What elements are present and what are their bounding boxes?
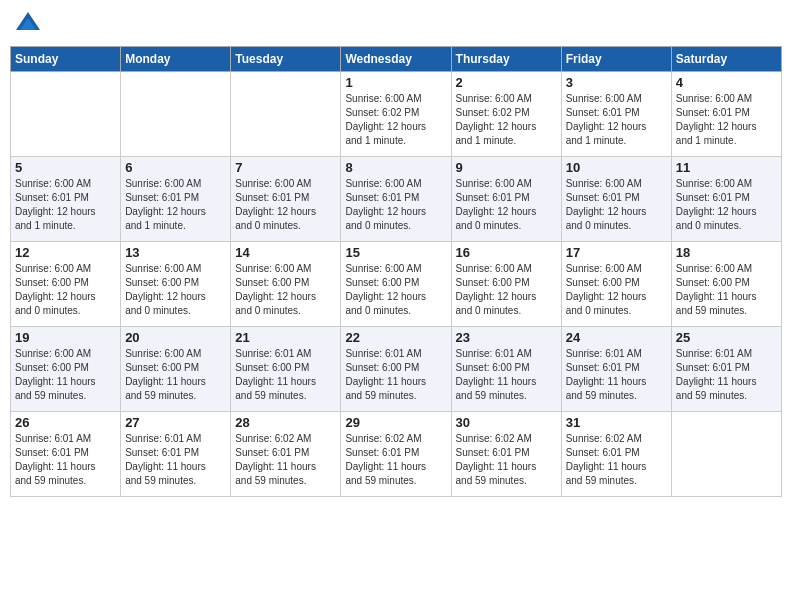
calendar-cell: 29Sunrise: 6:02 AMSunset: 6:01 PMDayligh… <box>341 412 451 497</box>
day-info: Sunrise: 6:00 AMSunset: 6:00 PMDaylight:… <box>125 347 226 403</box>
day-number: 4 <box>676 75 777 90</box>
day-number: 7 <box>235 160 336 175</box>
calendar-cell: 24Sunrise: 6:01 AMSunset: 6:01 PMDayligh… <box>561 327 671 412</box>
calendar-cell: 10Sunrise: 6:00 AMSunset: 6:01 PMDayligh… <box>561 157 671 242</box>
weekday-wednesday: Wednesday <box>341 47 451 72</box>
day-number: 14 <box>235 245 336 260</box>
day-info: Sunrise: 6:02 AMSunset: 6:01 PMDaylight:… <box>345 432 446 488</box>
calendar-cell: 21Sunrise: 6:01 AMSunset: 6:00 PMDayligh… <box>231 327 341 412</box>
week-row-4: 19Sunrise: 6:00 AMSunset: 6:00 PMDayligh… <box>11 327 782 412</box>
day-number: 30 <box>456 415 557 430</box>
calendar-cell: 31Sunrise: 6:02 AMSunset: 6:01 PMDayligh… <box>561 412 671 497</box>
day-info: Sunrise: 6:00 AMSunset: 6:01 PMDaylight:… <box>676 92 777 148</box>
day-info: Sunrise: 6:00 AMSunset: 6:00 PMDaylight:… <box>456 262 557 318</box>
day-info: Sunrise: 6:00 AMSunset: 6:01 PMDaylight:… <box>235 177 336 233</box>
calendar-cell: 8Sunrise: 6:00 AMSunset: 6:01 PMDaylight… <box>341 157 451 242</box>
day-info: Sunrise: 6:00 AMSunset: 6:00 PMDaylight:… <box>566 262 667 318</box>
day-number: 28 <box>235 415 336 430</box>
calendar-cell: 12Sunrise: 6:00 AMSunset: 6:00 PMDayligh… <box>11 242 121 327</box>
calendar-cell: 16Sunrise: 6:00 AMSunset: 6:00 PMDayligh… <box>451 242 561 327</box>
day-info: Sunrise: 6:02 AMSunset: 6:01 PMDaylight:… <box>235 432 336 488</box>
calendar-cell: 9Sunrise: 6:00 AMSunset: 6:01 PMDaylight… <box>451 157 561 242</box>
calendar-cell: 28Sunrise: 6:02 AMSunset: 6:01 PMDayligh… <box>231 412 341 497</box>
calendar-cell: 17Sunrise: 6:00 AMSunset: 6:00 PMDayligh… <box>561 242 671 327</box>
day-info: Sunrise: 6:00 AMSunset: 6:02 PMDaylight:… <box>456 92 557 148</box>
day-number: 22 <box>345 330 446 345</box>
day-number: 15 <box>345 245 446 260</box>
day-number: 27 <box>125 415 226 430</box>
day-info: Sunrise: 6:00 AMSunset: 6:00 PMDaylight:… <box>15 347 116 403</box>
page: SundayMondayTuesdayWednesdayThursdayFrid… <box>0 0 792 612</box>
day-info: Sunrise: 6:01 AMSunset: 6:00 PMDaylight:… <box>456 347 557 403</box>
day-info: Sunrise: 6:00 AMSunset: 6:01 PMDaylight:… <box>566 92 667 148</box>
calendar-cell: 14Sunrise: 6:00 AMSunset: 6:00 PMDayligh… <box>231 242 341 327</box>
week-row-5: 26Sunrise: 6:01 AMSunset: 6:01 PMDayligh… <box>11 412 782 497</box>
calendar-cell <box>671 412 781 497</box>
day-number: 29 <box>345 415 446 430</box>
calendar-cell: 11Sunrise: 6:00 AMSunset: 6:01 PMDayligh… <box>671 157 781 242</box>
logo <box>10 10 42 38</box>
calendar-cell: 27Sunrise: 6:01 AMSunset: 6:01 PMDayligh… <box>121 412 231 497</box>
day-info: Sunrise: 6:01 AMSunset: 6:01 PMDaylight:… <box>676 347 777 403</box>
weekday-friday: Friday <box>561 47 671 72</box>
day-info: Sunrise: 6:00 AMSunset: 6:01 PMDaylight:… <box>15 177 116 233</box>
calendar-cell: 23Sunrise: 6:01 AMSunset: 6:00 PMDayligh… <box>451 327 561 412</box>
day-info: Sunrise: 6:01 AMSunset: 6:00 PMDaylight:… <box>345 347 446 403</box>
calendar-cell: 7Sunrise: 6:00 AMSunset: 6:01 PMDaylight… <box>231 157 341 242</box>
day-number: 26 <box>15 415 116 430</box>
calendar-cell: 30Sunrise: 6:02 AMSunset: 6:01 PMDayligh… <box>451 412 561 497</box>
day-info: Sunrise: 6:00 AMSunset: 6:01 PMDaylight:… <box>125 177 226 233</box>
day-number: 1 <box>345 75 446 90</box>
calendar-cell: 25Sunrise: 6:01 AMSunset: 6:01 PMDayligh… <box>671 327 781 412</box>
day-info: Sunrise: 6:00 AMSunset: 6:00 PMDaylight:… <box>235 262 336 318</box>
weekday-header-row: SundayMondayTuesdayWednesdayThursdayFrid… <box>11 47 782 72</box>
day-info: Sunrise: 6:00 AMSunset: 6:00 PMDaylight:… <box>125 262 226 318</box>
calendar-cell: 15Sunrise: 6:00 AMSunset: 6:00 PMDayligh… <box>341 242 451 327</box>
day-info: Sunrise: 6:00 AMSunset: 6:01 PMDaylight:… <box>566 177 667 233</box>
day-number: 16 <box>456 245 557 260</box>
week-row-1: 1Sunrise: 6:00 AMSunset: 6:02 PMDaylight… <box>11 72 782 157</box>
day-number: 23 <box>456 330 557 345</box>
day-info: Sunrise: 6:02 AMSunset: 6:01 PMDaylight:… <box>566 432 667 488</box>
weekday-sunday: Sunday <box>11 47 121 72</box>
day-number: 2 <box>456 75 557 90</box>
day-info: Sunrise: 6:02 AMSunset: 6:01 PMDaylight:… <box>456 432 557 488</box>
calendar-cell <box>121 72 231 157</box>
calendar-cell: 4Sunrise: 6:00 AMSunset: 6:01 PMDaylight… <box>671 72 781 157</box>
day-number: 19 <box>15 330 116 345</box>
calendar-cell <box>11 72 121 157</box>
day-info: Sunrise: 6:00 AMSunset: 6:00 PMDaylight:… <box>15 262 116 318</box>
day-number: 8 <box>345 160 446 175</box>
weekday-saturday: Saturday <box>671 47 781 72</box>
day-info: Sunrise: 6:01 AMSunset: 6:01 PMDaylight:… <box>566 347 667 403</box>
day-number: 13 <box>125 245 226 260</box>
calendar-cell: 3Sunrise: 6:00 AMSunset: 6:01 PMDaylight… <box>561 72 671 157</box>
weekday-thursday: Thursday <box>451 47 561 72</box>
day-number: 12 <box>15 245 116 260</box>
day-info: Sunrise: 6:00 AMSunset: 6:01 PMDaylight:… <box>456 177 557 233</box>
day-number: 11 <box>676 160 777 175</box>
week-row-3: 12Sunrise: 6:00 AMSunset: 6:00 PMDayligh… <box>11 242 782 327</box>
day-number: 10 <box>566 160 667 175</box>
calendar-cell: 1Sunrise: 6:00 AMSunset: 6:02 PMDaylight… <box>341 72 451 157</box>
day-number: 20 <box>125 330 226 345</box>
day-number: 5 <box>15 160 116 175</box>
calendar-cell: 5Sunrise: 6:00 AMSunset: 6:01 PMDaylight… <box>11 157 121 242</box>
day-info: Sunrise: 6:00 AMSunset: 6:01 PMDaylight:… <box>345 177 446 233</box>
calendar-cell: 26Sunrise: 6:01 AMSunset: 6:01 PMDayligh… <box>11 412 121 497</box>
day-info: Sunrise: 6:00 AMSunset: 6:00 PMDaylight:… <box>676 262 777 318</box>
calendar-cell: 13Sunrise: 6:00 AMSunset: 6:00 PMDayligh… <box>121 242 231 327</box>
day-number: 9 <box>456 160 557 175</box>
day-number: 18 <box>676 245 777 260</box>
weekday-monday: Monday <box>121 47 231 72</box>
day-info: Sunrise: 6:00 AMSunset: 6:00 PMDaylight:… <box>345 262 446 318</box>
calendar-cell: 19Sunrise: 6:00 AMSunset: 6:00 PMDayligh… <box>11 327 121 412</box>
day-number: 6 <box>125 160 226 175</box>
day-number: 3 <box>566 75 667 90</box>
header <box>10 10 782 38</box>
day-number: 25 <box>676 330 777 345</box>
day-info: Sunrise: 6:00 AMSunset: 6:02 PMDaylight:… <box>345 92 446 148</box>
logo-icon <box>14 10 42 38</box>
day-info: Sunrise: 6:01 AMSunset: 6:01 PMDaylight:… <box>15 432 116 488</box>
calendar-cell: 22Sunrise: 6:01 AMSunset: 6:00 PMDayligh… <box>341 327 451 412</box>
